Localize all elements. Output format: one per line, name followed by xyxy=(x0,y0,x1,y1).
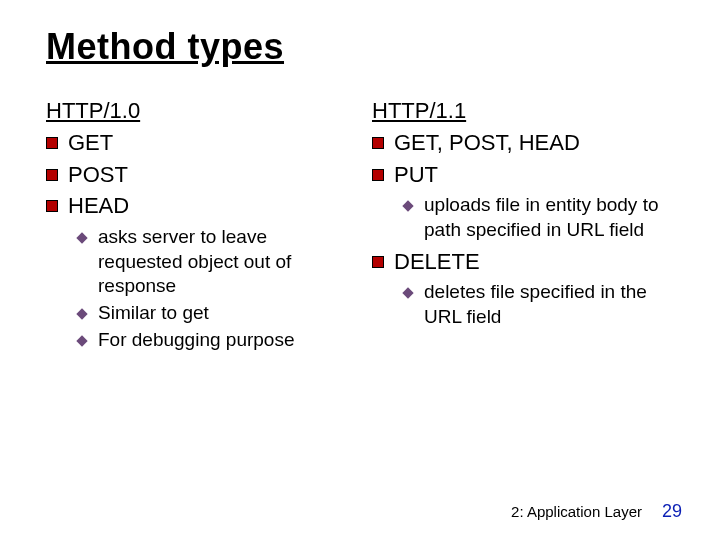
slide-footer: 2: Application Layer 29 xyxy=(511,501,682,522)
square-bullet-icon xyxy=(46,169,58,181)
sub-item: deletes file specified in the URL field xyxy=(402,280,680,329)
diamond-bullet-icon xyxy=(76,308,87,319)
http11-list-2: DELETE xyxy=(372,247,680,277)
right-column: HTTP/1.1 GET, POST, HEAD PUT uploads fil… xyxy=(372,98,680,355)
http11-heading: HTTP/1.1 xyxy=(372,98,680,124)
square-bullet-icon xyxy=(372,256,384,268)
item-label: GET xyxy=(68,128,113,158)
content-columns: HTTP/1.0 GET POST HEAD asks serv xyxy=(46,98,680,355)
sub-item: For debugging purpose xyxy=(76,328,354,353)
square-bullet-icon xyxy=(46,200,58,212)
left-column: HTTP/1.0 GET POST HEAD asks serv xyxy=(46,98,354,355)
http10-list: GET POST HEAD xyxy=(46,128,354,221)
http10-heading: HTTP/1.0 xyxy=(46,98,354,124)
square-bullet-icon xyxy=(372,169,384,181)
list-item: GET xyxy=(46,128,354,158)
list-item: GET, POST, HEAD xyxy=(372,128,680,158)
slide: Method types HTTP/1.0 GET POST HEAD xyxy=(0,0,720,540)
item-label: GET, POST, HEAD xyxy=(394,128,580,158)
sub-item-label: asks server to leave requested object ou… xyxy=(98,225,354,299)
diamond-bullet-icon xyxy=(402,288,413,299)
http11-list: GET, POST, HEAD PUT xyxy=(372,128,680,189)
sub-item: Similar to get xyxy=(76,301,354,326)
diamond-bullet-icon xyxy=(76,335,87,346)
item-label: HEAD xyxy=(68,191,129,221)
sub-item-label: deletes file specified in the URL field xyxy=(424,280,680,329)
diamond-bullet-icon xyxy=(76,232,87,243)
head-sublist: asks server to leave requested object ou… xyxy=(76,225,354,352)
sub-item-label: Similar to get xyxy=(98,301,209,326)
square-bullet-icon xyxy=(46,137,58,149)
sub-item: uploads file in entity body to path spec… xyxy=(402,193,680,242)
item-label: PUT xyxy=(394,160,438,190)
slide-title: Method types xyxy=(46,26,680,68)
sub-item-label: uploads file in entity body to path spec… xyxy=(424,193,680,242)
list-item: HEAD xyxy=(46,191,354,221)
put-sublist: uploads file in entity body to path spec… xyxy=(402,193,680,242)
item-label: DELETE xyxy=(394,247,480,277)
delete-sublist: deletes file specified in the URL field xyxy=(402,280,680,329)
list-item: DELETE xyxy=(372,247,680,277)
list-item: POST xyxy=(46,160,354,190)
sub-item: asks server to leave requested object ou… xyxy=(76,225,354,299)
page-number: 29 xyxy=(662,501,682,522)
sub-item-label: For debugging purpose xyxy=(98,328,294,353)
footer-section: 2: Application Layer xyxy=(511,503,642,520)
item-label: POST xyxy=(68,160,128,190)
square-bullet-icon xyxy=(372,137,384,149)
list-item: PUT xyxy=(372,160,680,190)
diamond-bullet-icon xyxy=(402,201,413,212)
